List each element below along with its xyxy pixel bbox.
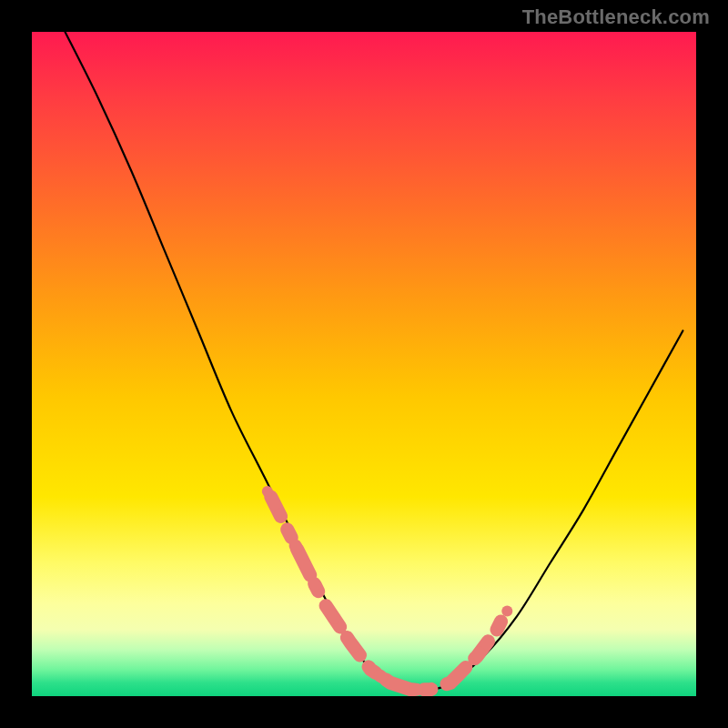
plot-area (32, 32, 696, 696)
marker-band (262, 486, 513, 690)
curve-layer (32, 32, 696, 696)
watermark-text: TheBottleneck.com (522, 5, 710, 29)
chart-frame: TheBottleneck.com (0, 0, 728, 728)
svg-point-1 (501, 605, 512, 616)
svg-point-0 (262, 486, 273, 497)
bottleneck-curve (66, 32, 683, 691)
